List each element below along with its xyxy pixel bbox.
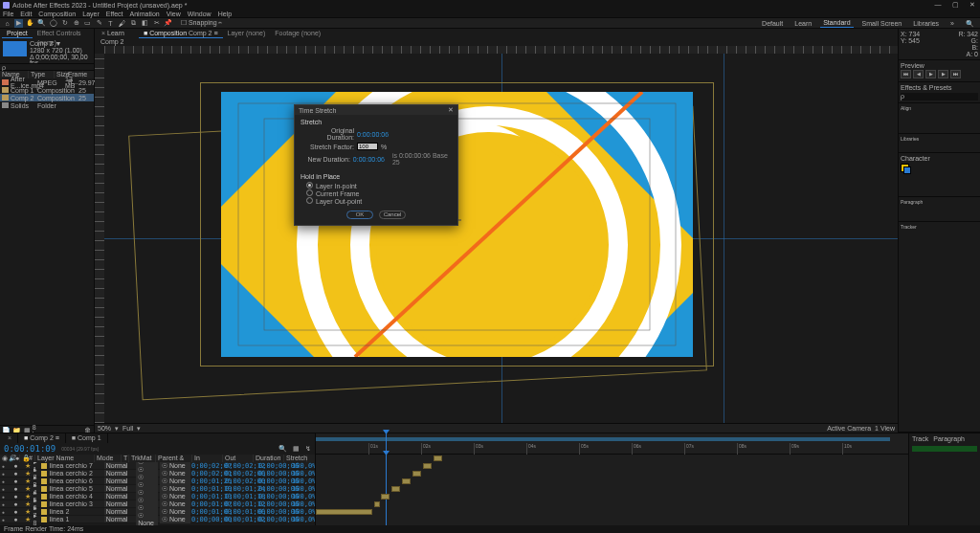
prev-last-icon[interactable]: ⏭ bbox=[950, 70, 961, 78]
tab-track[interactable]: Track bbox=[912, 435, 928, 442]
camera-dropdown[interactable]: Active Camera bbox=[827, 425, 871, 432]
fill-stroke-swatch[interactable] bbox=[901, 164, 909, 172]
rotate-tool-icon[interactable]: ↻ bbox=[60, 19, 69, 28]
tl-tab-comp1[interactable]: ■ Comp 1 bbox=[66, 433, 108, 443]
layer-bar[interactable] bbox=[316, 493, 908, 500]
layer-bar[interactable] bbox=[316, 500, 908, 508]
layer-bar[interactable] bbox=[316, 455, 908, 462]
tl-draft3d-icon[interactable]: ▦ bbox=[293, 445, 300, 453]
menu-composition[interactable]: Composition bbox=[38, 10, 76, 17]
ruler-vertical[interactable] bbox=[95, 54, 104, 423]
current-timecode[interactable]: 0:00:01:09 bbox=[4, 444, 56, 454]
comp-thumbnail[interactable] bbox=[3, 41, 27, 56]
project-search[interactable]: ρ bbox=[2, 64, 6, 71]
tab-paragraph2[interactable]: Paragraph bbox=[933, 435, 965, 442]
close-button[interactable]: ✕ bbox=[968, 1, 977, 9]
tab-effect-controls[interactable]: Effect Controls (none) bbox=[33, 29, 92, 38]
menu-effect[interactable]: Effect bbox=[106, 10, 123, 17]
next-frame-icon[interactable]: ▶ bbox=[938, 70, 948, 78]
orbit-tool-icon[interactable]: ◯ bbox=[49, 19, 57, 28]
viewer-canvas[interactable] bbox=[95, 46, 898, 423]
zoom-tool-icon[interactable]: 🔍 bbox=[37, 19, 46, 28]
time-mark: 06s bbox=[632, 443, 641, 455]
tl-search-icon[interactable]: 🔍 bbox=[278, 445, 287, 453]
radio-layer-in[interactable]: Layer In-point bbox=[306, 182, 452, 189]
layer-bar[interactable] bbox=[316, 462, 908, 470]
tab-project[interactable]: Project bbox=[2, 29, 33, 38]
ws-default[interactable]: Default bbox=[759, 19, 786, 28]
align-panel[interactable]: Align bbox=[899, 103, 980, 134]
roto-tool-icon[interactable]: ✂ bbox=[152, 19, 161, 28]
search-help-icon[interactable]: 🔍 bbox=[963, 19, 977, 28]
anchor-tool-icon[interactable]: ⊕ bbox=[72, 19, 80, 28]
layer-bar[interactable] bbox=[316, 470, 908, 477]
menu-view[interactable]: View bbox=[167, 10, 181, 17]
layer-bar[interactable] bbox=[316, 485, 908, 493]
project-item[interactable]: After E...ice.mp4MPEG13 MB29.97 bbox=[0, 78, 94, 86]
menu-edit[interactable]: Edit bbox=[20, 10, 32, 17]
snapping-checkbox[interactable]: ☐ Snapping 𝄐 bbox=[181, 19, 223, 27]
project-item[interactable]: Comp 1Composition25 bbox=[0, 86, 94, 94]
ws-more-icon[interactable]: » bbox=[947, 19, 957, 28]
tl-graph-icon[interactable]: ↯ bbox=[305, 445, 311, 453]
ws-learn[interactable]: Learn bbox=[791, 19, 814, 28]
tl-tab-comp2[interactable]: ■ Comp 2 ≡ bbox=[18, 433, 66, 443]
prev-first-icon[interactable]: ⏮ bbox=[901, 70, 911, 78]
radio-current-frame[interactable]: Current Frame bbox=[306, 189, 452, 197]
layer-bar[interactable] bbox=[316, 477, 908, 485]
stretch-factor-input[interactable] bbox=[357, 143, 378, 150]
timeline-layer-row[interactable]: ●★▸ 8linea 1Normal☉ None☉ None0;00;00;00… bbox=[0, 516, 315, 523]
menu-layer[interactable]: Layer bbox=[82, 10, 100, 17]
stretch-factor-label: Stretch Factor: bbox=[306, 144, 354, 150]
orig-duration-value: 0:00:00:06 bbox=[357, 131, 389, 138]
work-area[interactable] bbox=[316, 437, 890, 441]
viewer-tab-layer[interactable]: Layer (none) bbox=[223, 29, 271, 38]
playhead[interactable] bbox=[386, 433, 387, 454]
pen-tool-icon[interactable]: ✎ bbox=[95, 19, 103, 28]
tl-tab-close-icon[interactable]: × bbox=[2, 433, 18, 443]
ws-libraries[interactable]: Libraries bbox=[910, 19, 942, 28]
selection-tool-icon[interactable]: ▶ bbox=[14, 19, 23, 28]
radio-layer-out[interactable]: Layer Out-point bbox=[306, 197, 452, 205]
ws-small-screen[interactable]: Small Screen bbox=[859, 19, 905, 28]
eraser-tool-icon[interactable]: ◧ bbox=[141, 19, 149, 28]
min-button[interactable]: — bbox=[933, 1, 943, 9]
puppet-tool-icon[interactable]: 📌 bbox=[164, 19, 172, 28]
play-icon[interactable]: ▶ bbox=[925, 70, 936, 78]
max-button[interactable]: ▢ bbox=[950, 1, 960, 9]
ws-standard[interactable]: Standard bbox=[820, 18, 853, 28]
ok-button[interactable]: OK bbox=[346, 211, 373, 219]
menu-file[interactable]: File bbox=[3, 10, 13, 17]
rect-tool-icon[interactable]: ▭ bbox=[83, 19, 92, 28]
new-duration-value[interactable]: 0:00:00:06 bbox=[353, 156, 385, 163]
timeline-ruler[interactable]: 01s02s03s04s05s06s07s08s09s10s bbox=[316, 433, 908, 455]
ruler-horizontal[interactable] bbox=[104, 46, 898, 54]
tracker-panel[interactable]: Tracker bbox=[899, 222, 980, 433]
prev-frame-icon[interactable]: ◀ bbox=[913, 70, 924, 78]
menu-help[interactable]: Help bbox=[218, 10, 232, 17]
home-icon[interactable]: ⌂ bbox=[3, 19, 11, 28]
layer-bar[interactable] bbox=[316, 508, 908, 516]
brush-tool-icon[interactable]: 🖌 bbox=[118, 19, 126, 28]
time-mark: 01s bbox=[368, 443, 378, 455]
character-panel[interactable]: Character bbox=[899, 153, 980, 197]
viewer-tab-comp[interactable]: ■ Composition Comp 2 ≡ bbox=[139, 29, 223, 38]
clone-tool-icon[interactable]: ⧉ bbox=[129, 19, 138, 28]
res-dropdown[interactable]: Full bbox=[122, 425, 133, 432]
text-tool-icon[interactable]: T bbox=[106, 19, 115, 28]
paragraph-panel[interactable]: Paragraph bbox=[899, 197, 980, 222]
menu-window[interactable]: Window bbox=[188, 10, 212, 17]
viewer-tab-learn[interactable]: × Learn bbox=[97, 29, 129, 38]
effects-panel[interactable]: Effects & Presetsρ bbox=[899, 82, 980, 103]
libraries-panel[interactable]: Libraries bbox=[899, 134, 980, 153]
timeline-tracks[interactable]: 01s02s03s04s05s06s07s08s09s10s — ▲ bbox=[316, 433, 908, 533]
viewer-tab-footage[interactable]: Footage (none) bbox=[270, 29, 325, 38]
dialog-close-icon[interactable]: ✕ bbox=[448, 106, 454, 114]
project-item[interactable]: Comp 2Composition25 bbox=[0, 94, 94, 101]
cancel-button[interactable]: Cancel bbox=[379, 211, 406, 219]
menu-animation[interactable]: Animation bbox=[130, 10, 160, 17]
project-item[interactable]: SolidsFolder bbox=[0, 101, 94, 109]
view-dropdown[interactable]: 1 View bbox=[875, 425, 895, 432]
zoom-dropdown[interactable]: 50% bbox=[98, 425, 111, 432]
hand-tool-icon[interactable]: ✋ bbox=[26, 19, 34, 28]
